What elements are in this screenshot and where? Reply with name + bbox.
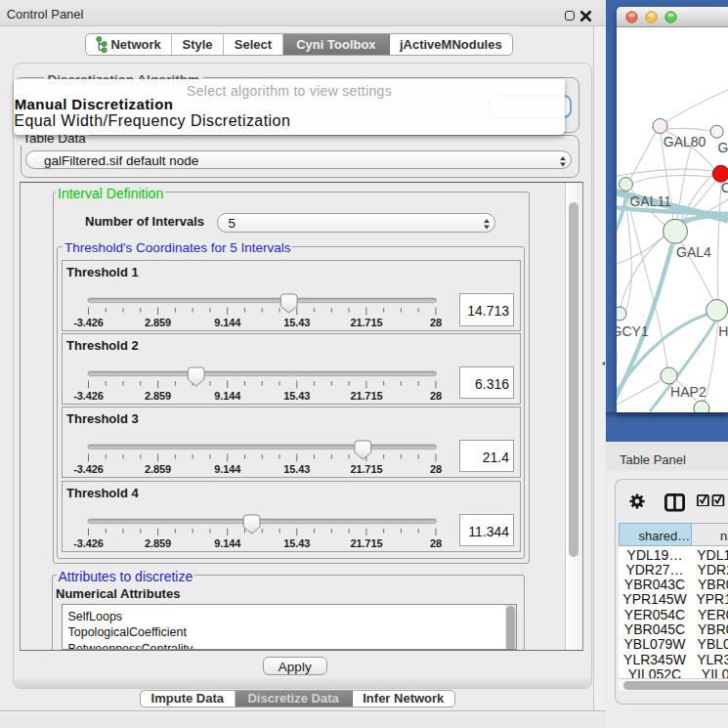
svg-text:GAL7: GAL7	[718, 140, 728, 155]
svg-text:CY: CY	[721, 180, 728, 195]
svg-text:21.715: 21.715	[350, 390, 382, 402]
svg-text:21.715: 21.715	[350, 537, 382, 549]
svg-text:HXK1: HXK1	[718, 323, 728, 339]
svg-text:15.43: 15.43	[283, 537, 310, 549]
svg-text:15.43: 15.43	[283, 463, 310, 475]
svg-text:2.859: 2.859	[145, 390, 171, 402]
svg-text:15.43: 15.43	[283, 317, 310, 328]
svg-text:28: 28	[430, 537, 442, 549]
svg-text:-3.426: -3.426	[73, 463, 104, 475]
svg-text:GCY1: GCY1	[617, 323, 649, 339]
svg-text:28: 28	[430, 463, 442, 475]
svg-text:-3.426: -3.426	[73, 390, 104, 402]
svg-text:28: 28	[430, 317, 442, 328]
svg-text:-3.426: -3.426	[73, 537, 104, 549]
svg-text:15.43: 15.43	[283, 390, 310, 402]
svg-text:9.144: 9.144	[214, 463, 241, 475]
svg-text:2.859: 2.859	[145, 537, 171, 549]
svg-text:2.859: 2.859	[145, 463, 171, 475]
svg-text:2.859: 2.859	[145, 317, 171, 328]
svg-text:GAL4: GAL4	[676, 244, 711, 260]
svg-text:-3.426: -3.426	[73, 317, 104, 328]
svg-text:9.144: 9.144	[214, 390, 241, 402]
svg-text:21.715: 21.715	[350, 317, 382, 328]
svg-text:9.144: 9.144	[214, 317, 241, 328]
svg-text:GAL11: GAL11	[629, 193, 671, 209]
svg-text:HAP2: HAP2	[670, 384, 707, 400]
svg-text:GAL80: GAL80	[664, 134, 707, 150]
svg-text:28: 28	[430, 390, 442, 402]
svg-text:9.144: 9.144	[214, 537, 241, 549]
svg-text:21.715: 21.715	[350, 463, 382, 475]
